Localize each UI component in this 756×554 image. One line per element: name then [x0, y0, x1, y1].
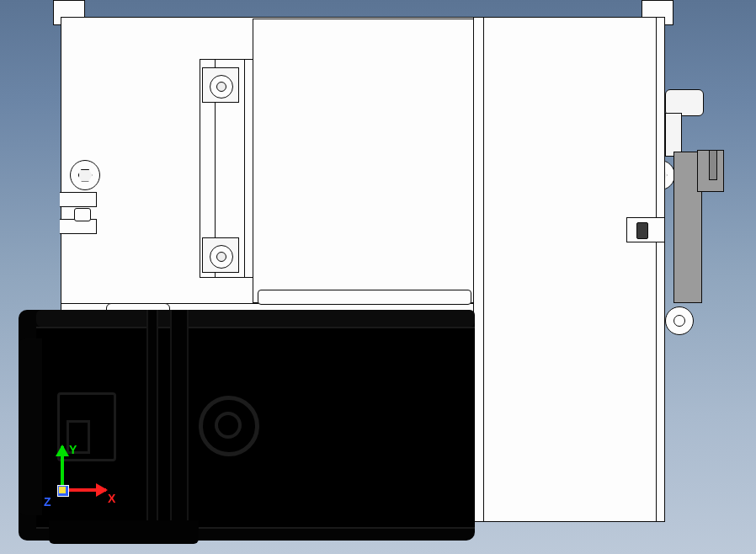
- right-column-edges: [483, 17, 657, 522]
- connector-pin-shaft: [665, 113, 682, 157]
- cad-viewport[interactable]: Y X Z: [0, 0, 756, 554]
- socket-bolt-icon: [202, 67, 239, 103]
- side-bracket-notch: [709, 150, 717, 180]
- bracket-edge-a: [244, 59, 245, 278]
- axis-z-label: Z: [44, 495, 51, 509]
- left-notch-upper: [60, 192, 97, 207]
- left-notch-slot: [74, 208, 91, 221]
- right-notch-slot: [636, 222, 648, 239]
- socket-bolt-icon: [202, 237, 239, 273]
- motor-clamp-band: [146, 310, 158, 541]
- ring-feature-icon: [665, 306, 694, 335]
- orientation-triad-icon[interactable]: Y X Z: [42, 446, 109, 522]
- ring-feature-icon: [199, 396, 259, 456]
- motor-top-rail: [36, 310, 475, 327]
- motor-base-foot: [49, 520, 199, 544]
- motor-clamp-band: [170, 310, 189, 541]
- hex-bolt-icon: [70, 160, 100, 190]
- triad-origin-icon: [57, 485, 69, 497]
- motor-end-cap: [19, 338, 42, 515]
- axis-y-label: Y: [69, 443, 77, 456]
- center-plate-lip: [258, 290, 471, 305]
- axis-x-label: X: [108, 492, 115, 505]
- center-raised-plate: [253, 19, 475, 303]
- axis-y-arrow-icon: [61, 446, 64, 490]
